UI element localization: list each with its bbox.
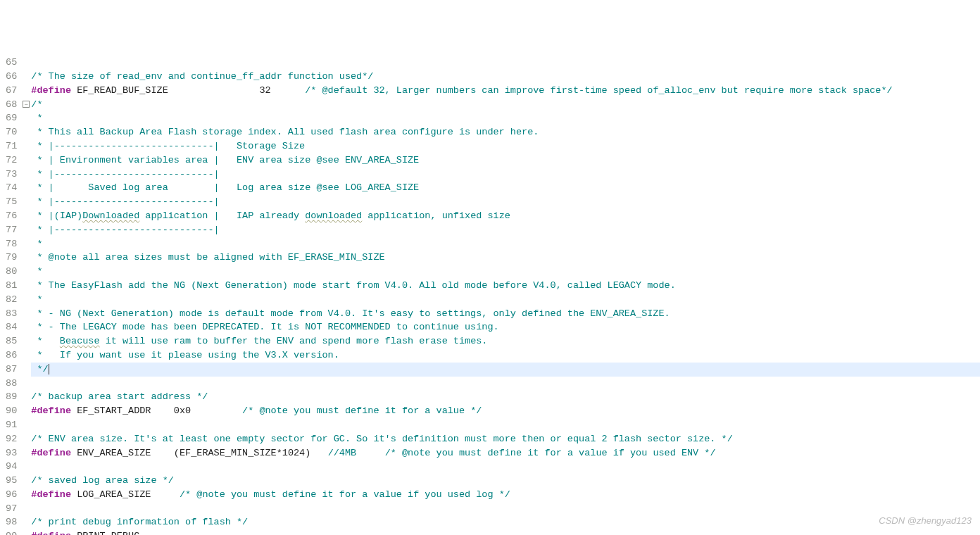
code-line[interactable]: */: [31, 363, 980, 377]
token-preproc: #define: [31, 489, 71, 500]
line-number: 96: [0, 488, 17, 502]
code-line[interactable]: #define ENV_AREA_SIZE (EF_ERASE_MIN_SIZE…: [31, 446, 980, 460]
code-line[interactable]: [31, 502, 980, 516]
fold-collapse-icon[interactable]: −: [23, 101, 30, 108]
code-line[interactable]: * @note all area sizes must be aligned w…: [31, 251, 980, 265]
line-number: 93: [0, 446, 17, 460]
fold-cell: [23, 70, 31, 84]
token-comment: it will use ram to buffer the ENV and sp…: [100, 336, 488, 346]
code-line[interactable]: [31, 56, 980, 70]
code-line[interactable]: *: [31, 111, 980, 125]
line-number: 89: [0, 390, 17, 404]
code-line[interactable]: #define PRINT_DEBUG: [31, 529, 980, 535]
code-line[interactable]: *: [31, 237, 980, 251]
token-preproc: #define: [31, 85, 71, 96]
line-number: 82: [0, 293, 17, 307]
fold-cell: [23, 181, 31, 195]
fold-cell[interactable]: −: [23, 98, 31, 112]
fold-cell: [23, 474, 31, 488]
code-line[interactable]: /* print debug information of flash */: [31, 515, 980, 529]
code-line[interactable]: * This all Backup Area Flash storage ind…: [31, 125, 980, 139]
line-number-gutter: 6566676869707172737475767778798081828384…: [0, 56, 23, 535]
line-number: 76: [0, 209, 17, 223]
line-number: 95: [0, 474, 17, 488]
token-comment: * The EasyFlash add the NG (Next Generat…: [31, 280, 675, 291]
token-comment: //4MB /* @note you must define it for a …: [328, 448, 716, 458]
code-area[interactable]: /* The size of read_env and continue_ff_…: [31, 56, 980, 535]
code-line[interactable]: * | Environment variables area | ENV are…: [31, 153, 980, 168]
code-line[interactable]: #define EF_READ_BUF_SIZE 32 /* @default …: [31, 84, 980, 98]
token-comment: *: [31, 294, 42, 305]
token-comment: *: [31, 113, 42, 123]
code-line[interactable]: /*: [31, 98, 980, 112]
fold-cell: [23, 84, 31, 98]
line-number: 77: [0, 223, 17, 237]
fold-cell: [23, 515, 31, 529]
token-plain: [71, 405, 77, 416]
code-line[interactable]: * - The LEGACY mode has been DEPRECATED.…: [31, 320, 980, 334]
fold-cell: [23, 125, 31, 139]
fold-cell: [23, 139, 31, 153]
token-ident: ENV_AREA_SIZE: [77, 448, 151, 458]
fold-cell: [23, 320, 31, 334]
code-line[interactable]: * |----------------------------| Storage…: [31, 139, 980, 153]
line-number: 87: [0, 363, 17, 377]
code-line[interactable]: [31, 460, 980, 474]
code-line[interactable]: * Beacuse it will use ram to buffer the …: [31, 334, 980, 348]
token-comment: * | Saved log area | Log area size @see …: [31, 182, 419, 193]
code-line[interactable]: /* saved log area size */: [31, 474, 980, 488]
watermark: CSDN @zhengyad123: [879, 514, 972, 528]
line-number: 73: [0, 168, 17, 182]
code-line[interactable]: * |(IAP)Downloaded application | IAP alr…: [31, 209, 980, 223]
fold-column: −: [23, 56, 31, 535]
code-line[interactable]: * |----------------------------|: [31, 195, 980, 209]
code-line[interactable]: [31, 377, 980, 391]
token-preproc: #define: [31, 448, 71, 458]
line-number: 75: [0, 195, 17, 209]
code-line[interactable]: /* ENV area size. It's at least one empt…: [31, 432, 980, 446]
code-line[interactable]: * - NG (Next Generation) mode is default…: [31, 307, 980, 321]
token-comment: /* print debug information of flash */: [31, 517, 248, 527]
line-number: 97: [0, 502, 17, 516]
code-line[interactable]: *: [31, 265, 980, 279]
fold-cell: [23, 334, 31, 348]
code-line[interactable]: *: [31, 293, 980, 307]
token-preproc: #define: [31, 405, 71, 416]
code-line[interactable]: #define EF_START_ADDR 0x0 /* @note you m…: [31, 404, 980, 418]
token-comment: * - NG (Next Generation) mode is default…: [31, 308, 670, 319]
text-cursor: [49, 364, 49, 374]
token-comment: Beacuse: [60, 336, 100, 346]
code-line[interactable]: /* backup area start address */: [31, 390, 980, 404]
token-preproc: #define: [31, 531, 71, 535]
fold-cell: [23, 502, 31, 516]
fold-cell: [23, 307, 31, 321]
fold-cell: [23, 348, 31, 363]
code-line[interactable]: [31, 418, 980, 432]
code-line[interactable]: * | Saved log area | Log area size @see …: [31, 181, 980, 195]
code-line[interactable]: * |----------------------------|: [31, 223, 980, 237]
token-comment: *: [31, 239, 42, 249]
code-line[interactable]: /* The size of read_env and continue_ff_…: [31, 70, 980, 84]
token-comment: application, unfixed size: [362, 210, 510, 221]
line-number: 94: [0, 460, 17, 474]
token-comment: Downloaded: [82, 210, 139, 221]
fold-cell: [23, 418, 31, 432]
line-number: 65: [0, 56, 17, 70]
code-line[interactable]: * If you want use it please using the V3…: [31, 348, 980, 363]
code-editor[interactable]: 6566676869707172737475767778798081828384…: [0, 56, 980, 535]
line-number: 78: [0, 237, 17, 251]
code-line[interactable]: #define LOG_AREA_SIZE /* @note you must …: [31, 488, 980, 502]
token-ident: PRINT_DEBUG: [77, 531, 139, 535]
line-number: 91: [0, 418, 17, 432]
line-number: 69: [0, 111, 17, 125]
fold-cell: [23, 111, 31, 125]
token-comment: /*: [31, 99, 42, 110]
code-line[interactable]: * |----------------------------|: [31, 168, 980, 182]
fold-cell: [23, 223, 31, 237]
code-line[interactable]: * The EasyFlash add the NG (Next Generat…: [31, 279, 980, 293]
token-comment: /* @default 32, Larger numbers can impro…: [305, 85, 892, 96]
token-comment: * |----------------------------|: [31, 225, 219, 235]
token-ident: EF_START_ADDR: [77, 405, 151, 416]
token-ident: LOG_AREA_SIZE: [77, 489, 151, 500]
fold-cell: [23, 153, 31, 168]
